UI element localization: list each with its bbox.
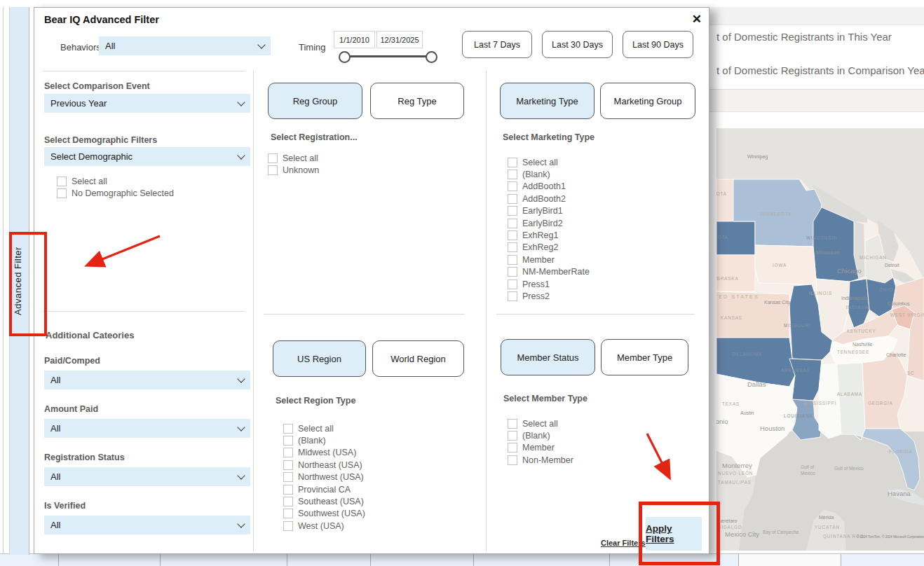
checkbox-option[interactable]: Southwest (USA) — [283, 508, 365, 520]
checkbox-option[interactable]: (Blank) — [508, 429, 573, 441]
member-status-toggle[interactable]: Member Status — [501, 339, 595, 375]
dashboard-header-band — [707, 7, 924, 25]
checkbox-option[interactable]: Press1 — [508, 278, 590, 290]
checkbox[interactable] — [508, 242, 517, 252]
map-label: tonio — [716, 417, 728, 425]
checkbox[interactable] — [508, 255, 517, 265]
checkbox-option[interactable]: Northeast (USA) — [283, 459, 365, 471]
checkbox-option[interactable]: (Blank) — [283, 434, 365, 446]
member-type-toggle[interactable]: Member Type — [601, 339, 688, 375]
kpi-title-this-year: t of Domestic Registrants in This Year — [716, 31, 924, 43]
checkbox[interactable] — [268, 153, 278, 163]
checkbox[interactable] — [283, 448, 293, 457]
checkbox-label: NM-MemberRate — [522, 267, 590, 277]
timing-end-date[interactable]: 12/31/2025 — [376, 31, 423, 48]
checkbox[interactable] — [283, 472, 293, 482]
checkbox-option[interactable]: EarlyBird1 — [508, 205, 590, 217]
checkbox[interactable] — [508, 194, 517, 204]
timing-slider-handle-left[interactable] — [339, 51, 351, 63]
field-dropdown[interactable]: All — [44, 516, 250, 534]
checkbox-option[interactable]: Member — [508, 254, 590, 265]
checkbox-option[interactable]: EarlyBird2 — [508, 217, 590, 229]
us-region-toggle[interactable]: US Region — [273, 340, 366, 377]
close-icon[interactable]: ✕ — [692, 13, 702, 27]
checkbox-option[interactable]: Select all — [508, 156, 590, 168]
marketing-type-toggle[interactable]: Marketing Type — [500, 83, 595, 119]
checkbox[interactable] — [283, 521, 293, 531]
checkbox[interactable] — [283, 424, 293, 434]
behaviors-dropdown[interactable]: All — [99, 36, 271, 55]
checkbox[interactable] — [508, 158, 517, 167]
checkbox-label: ExhReg2 — [522, 242, 558, 252]
checkbox-option[interactable]: Select all — [268, 152, 319, 164]
checkbox-option[interactable]: Unknown — [268, 164, 319, 176]
checkbox[interactable] — [268, 165, 278, 175]
checkbox-label: Member — [522, 443, 555, 453]
checkbox[interactable] — [508, 206, 517, 216]
timing-slider-track[interactable] — [346, 55, 428, 57]
checkbox-option[interactable]: (Blank) — [508, 168, 590, 180]
checkbox[interactable] — [283, 460, 293, 470]
checkbox[interactable] — [283, 509, 293, 518]
world-region-toggle[interactable]: World Region — [372, 340, 464, 377]
map-label: TEXAS — [722, 401, 740, 406]
clear-filters-link[interactable]: Clear Filters — [601, 539, 646, 547]
timing-slider-handle-right[interactable] — [426, 51, 437, 63]
checkbox-option[interactable]: ExhReg2 — [508, 242, 590, 254]
checkbox[interactable] — [283, 436, 293, 446]
checkbox[interactable] — [508, 181, 517, 191]
checkbox-option[interactable]: Provincial CA — [283, 483, 365, 495]
field-dropdown[interactable]: All — [44, 371, 250, 389]
checkbox-option[interactable]: Member — [508, 442, 573, 454]
checkbox-option[interactable]: ExhReg1 — [508, 229, 590, 241]
checkbox[interactable] — [283, 497, 293, 506]
advanced-filter-tab[interactable]: Advanced Filter — [9, 7, 29, 555]
demographic-dropdown[interactable]: Select Demographic — [44, 147, 250, 166]
checkbox[interactable] — [508, 419, 517, 429]
apply-filters-button[interactable]: Apply Filters — [646, 517, 702, 551]
last-7-days-button[interactable]: Last 7 Days — [462, 31, 532, 58]
checkbox[interactable] — [508, 230, 517, 240]
checkbox[interactable] — [508, 291, 517, 301]
checkbox-option[interactable]: No Demographic Selected — [57, 187, 174, 199]
comparison-event-dropdown[interactable]: Previous Year — [44, 94, 250, 113]
reg-group-toggle[interactable]: Reg Group — [268, 83, 362, 119]
checkbox[interactable] — [508, 219, 517, 228]
checkbox[interactable] — [508, 279, 517, 289]
checkbox[interactable] — [508, 455, 517, 465]
last-30-days-button[interactable]: Last 30 Days — [542, 31, 613, 58]
field-dropdown[interactable]: All — [44, 467, 250, 486]
field-dropdown[interactable]: All — [44, 419, 250, 438]
checkbox-option[interactable]: Southeast (USA) — [283, 495, 365, 507]
checkbox[interactable] — [508, 431, 517, 441]
checkbox[interactable] — [283, 485, 293, 495]
choropleth-map[interactable]: WinnipegDAKOTAMINNESOTADAKOTAWISCONSINMi… — [716, 128, 924, 551]
checkbox-option[interactable]: Select all — [508, 417, 573, 429]
map-label: LOUISIANA — [784, 413, 813, 418]
field-label: Paid/Comped — [44, 356, 250, 366]
checkbox[interactable] — [508, 443, 517, 453]
checkbox-option[interactable]: AddBooth2 — [508, 193, 590, 205]
checkbox-option[interactable]: Northwest (USA) — [283, 471, 365, 483]
checkbox[interactable] — [508, 170, 517, 179]
registration-options-list: Select all Unknown — [268, 152, 319, 177]
checkbox[interactable] — [508, 267, 517, 277]
marketing-group-toggle[interactable]: Marketing Group — [600, 83, 695, 119]
checkbox-option[interactable]: Midwest (USA) — [283, 447, 365, 459]
checkbox-option[interactable]: NM-MemberRate — [508, 266, 590, 278]
checkbox-option[interactable]: West (USA) — [283, 520, 365, 532]
map-label: Winnipeg — [747, 154, 768, 160]
checkbox-option[interactable]: AddBooth1 — [508, 181, 590, 193]
marketing-options-list: Select all (Blank) AddBooth1 AddBooth2 E… — [508, 156, 590, 303]
checkbox-option[interactable]: Press2 — [508, 290, 590, 302]
last-90-days-button[interactable]: Last 90 Days — [623, 31, 693, 58]
checkbox-option[interactable]: Non-Member — [508, 454, 573, 466]
checkbox[interactable] — [57, 177, 67, 186]
checkbox-option[interactable]: Select all — [57, 175, 174, 187]
checkbox-label: Midwest (USA) — [298, 448, 356, 457]
timing-start-date[interactable]: 1/1/2010 — [334, 31, 375, 48]
checkbox[interactable] — [57, 188, 67, 198]
reg-type-toggle[interactable]: Reg Type — [370, 83, 464, 119]
checkbox-option[interactable]: Select all — [283, 422, 365, 434]
advanced-filter-tab-label: Advanced Filter — [13, 247, 23, 315]
